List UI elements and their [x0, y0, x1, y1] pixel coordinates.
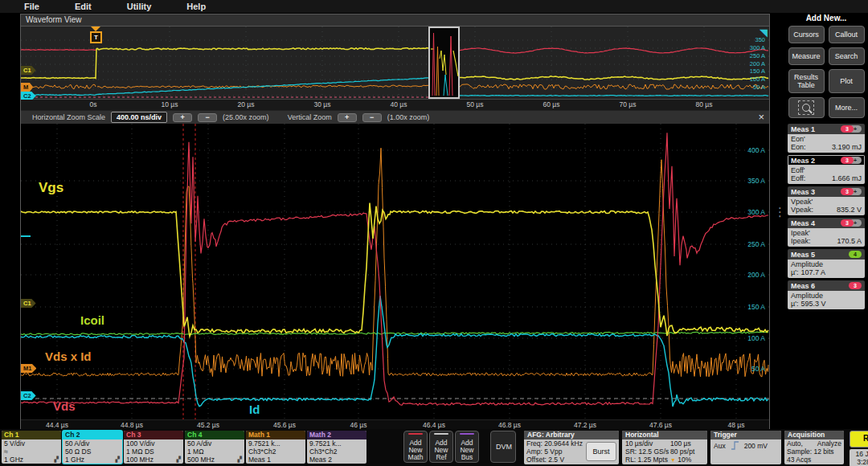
trace-label-icoil: Icoil [80, 313, 104, 327]
trigger-panel[interactable]: Trigger Aux 200 mV [710, 431, 781, 464]
search-button[interactable]: Search [829, 47, 865, 65]
meas-line1: Vpeak' [791, 198, 862, 206]
main-axis-label: 300 A [747, 208, 765, 216]
h-zoom-readout: (25.00x zoom) [223, 113, 269, 121]
channel-name: Ch 4 [185, 431, 244, 439]
measurement-results-list: Meas 1 3+ Eon' Eon:3.190 mJ Meas 2 3+ Eo… [786, 124, 866, 309]
h-zoom-plus-button[interactable]: + [173, 113, 192, 122]
plot-button[interactable]: Plot [829, 69, 865, 93]
math-scale: 9.7521 k... [248, 439, 280, 448]
meas-label: µ': [791, 268, 798, 276]
h-zoom-scale-value[interactable]: 400.00 ns/div [111, 112, 167, 123]
acquisition-panel[interactable]: Acquisition Auto,Analyze Sample: 12 bits… [784, 431, 844, 464]
add-new-bus-button[interactable]: Add New Bus [455, 431, 479, 463]
h-scale: 10 µs/div [625, 439, 670, 448]
time-tick: 0s [90, 100, 97, 108]
more-button[interactable]: More... [829, 97, 865, 118]
cursors-button[interactable]: Cursors [788, 26, 825, 43]
measure-button[interactable]: Measure [788, 47, 825, 65]
channel-badge-ch4[interactable]: Ch 4 50 A/div 1 MΩ 500 MHz▞ [185, 431, 244, 464]
meas-panel-2[interactable]: Meas 2 3+ Eoff' Eoff:1.666 mJ [788, 155, 865, 184]
horizontal-panel[interactable]: Horizontal 10 µs/div 100 µs SR: 12.5 GS/… [622, 431, 707, 464]
math-badge-math2[interactable]: Math 2 9.7521 k... Ch3*Ch2 Meas 2 [307, 431, 366, 464]
overview-plot[interactable]: T C1 M C2 350 300 A 250 A 200 A 150 A 10… [21, 27, 769, 100]
afg-offset: Offset: 2.5 V [526, 456, 583, 464]
menu-utility[interactable]: Utility [127, 2, 152, 11]
meas-title: Meas 1 [791, 125, 815, 133]
trigger-marker[interactable]: T [90, 27, 100, 43]
ground-reference-tick [21, 235, 31, 237]
zoom-plot[interactable]: Vgs Icoil Vds x Id Vds Id C1 M1 C2 400 A… [21, 124, 769, 419]
h-samplerate: SR: 12.5 GS/s [625, 448, 670, 456]
dvm-button[interactable]: DVM [490, 431, 516, 463]
time-tick: 10 µs [162, 100, 178, 108]
channel-badge-ch2[interactable]: Ch 2 50 A/div 50 Ω DS 1 GHz▞ [63, 431, 122, 464]
panel-drag-handle[interactable]: ⋮ [774, 205, 786, 219]
meas-panel-4[interactable]: Meas 4 3+ Ipeak' Ipeak:170.5 A [788, 218, 865, 247]
meas-panel-1[interactable]: Meas 1 3+ Eon' Eon:3.190 mJ [788, 124, 865, 153]
meas-title: Meas 4 [791, 219, 815, 227]
menu-help[interactable]: Help [186, 2, 206, 11]
meas-panel-5[interactable]: Meas 5 4 Amplitude µ':107.7 A [788, 249, 865, 278]
source-badge: 3 [841, 219, 854, 227]
source-badge: 3 [841, 157, 854, 164]
channel-name: Ch 3 [124, 431, 183, 439]
h-window: 100 µs [670, 439, 704, 448]
time-tick: 45.6 µs [273, 421, 296, 429]
source-badge: 3 [841, 188, 854, 195]
time-tick: 45.2 µs [197, 421, 219, 429]
channel-bandwidth: 1 GHz [65, 456, 84, 464]
meas-panel-6[interactable]: Meas 6 3 Amplitude µ':595.3 V [788, 280, 865, 309]
math-scale: 9.7521 k... [309, 439, 342, 448]
datetime-display: 16 Jan 2023 3:28:24 PM [850, 449, 868, 466]
channel-name: Math 2 [307, 431, 366, 439]
afg-panel[interactable]: AFG: Arbitrary Freq: 20.9644 kHz Amp: 5 … [524, 431, 619, 464]
overview-zoom-corner-icon[interactable]: ◥ [760, 27, 768, 38]
add-new-header: Add New... [786, 14, 866, 22]
math-badge-math1[interactable]: Math 1 9.7521 k... Ch3*Ch2 Meas 1 [246, 431, 305, 464]
overview-waveforms [21, 27, 769, 99]
channel-bandwidth: 100 MHz [126, 456, 154, 464]
time-tick: 44.8 µs [121, 421, 143, 429]
horizontal-title: Horizontal [622, 431, 707, 439]
trace-label-vgs: Vgs [39, 180, 63, 196]
time-tick: 46.4 µs [423, 421, 445, 429]
zoom-tool-button[interactable] [788, 97, 825, 118]
meas-label: µ': [791, 300, 798, 308]
channel-badge-ch3[interactable]: Ch 3 100 V/div 1 MΩ DS 100 MHz▞ [124, 431, 183, 464]
meas-panel-3[interactable]: Meas 3 3+ Vpeak' Vpeak:835.2 V [788, 186, 865, 215]
close-icon[interactable]: × [758, 112, 764, 122]
channel-bandwidth: 500 MHz [187, 456, 215, 464]
h-zoom-minus-button[interactable]: − [198, 113, 217, 122]
menu-edit[interactable]: Edit [75, 2, 92, 11]
menu-file[interactable]: File [24, 2, 39, 11]
channel-bandwidth: 1 GHz [4, 456, 23, 464]
channel-coupling: 50 Ω DS [65, 448, 91, 456]
time-tick: 50 µs [467, 100, 484, 108]
acq-analyze: Analyze [817, 439, 841, 448]
time-tick: 46 µs [350, 421, 367, 429]
source-badge: 3 [849, 282, 862, 289]
meas-value: 170.5 A [837, 237, 862, 245]
afg-freq: Freq: 20.9644 kHz [526, 439, 583, 448]
acq-mode: Auto, [787, 439, 803, 448]
meas-value: 835.2 V [837, 206, 862, 214]
source-badge: 3 [841, 125, 854, 133]
meas-line1: Amplitude [791, 292, 862, 300]
time-text: 3:28:24 PM [850, 458, 868, 466]
rising-edge-icon [731, 441, 739, 450]
status-badge: Ready [850, 431, 868, 448]
meas-label: Vpeak: [791, 206, 813, 214]
add-new-math-button[interactable]: Add New Math [403, 431, 428, 463]
v-zoom-plus-button[interactable]: + [338, 113, 357, 122]
main-axis-label: 400 A [747, 146, 765, 154]
results-table-button[interactable]: Results Table [788, 69, 825, 93]
meas-value: 107.7 A [800, 268, 825, 276]
math-expression: Ch3*Ch2 [309, 448, 338, 456]
time-tick: 48 µs [728, 421, 745, 429]
v-zoom-minus-button[interactable]: − [362, 113, 382, 122]
add-new-ref-button[interactable]: Add New Ref [429, 431, 453, 463]
burst-button[interactable]: Burst [586, 442, 616, 461]
channel-badge-ch1[interactable]: Ch 1 5 V/div ≈ 1 GHz▞ [2, 431, 61, 464]
callout-button[interactable]: Callout [829, 26, 865, 43]
